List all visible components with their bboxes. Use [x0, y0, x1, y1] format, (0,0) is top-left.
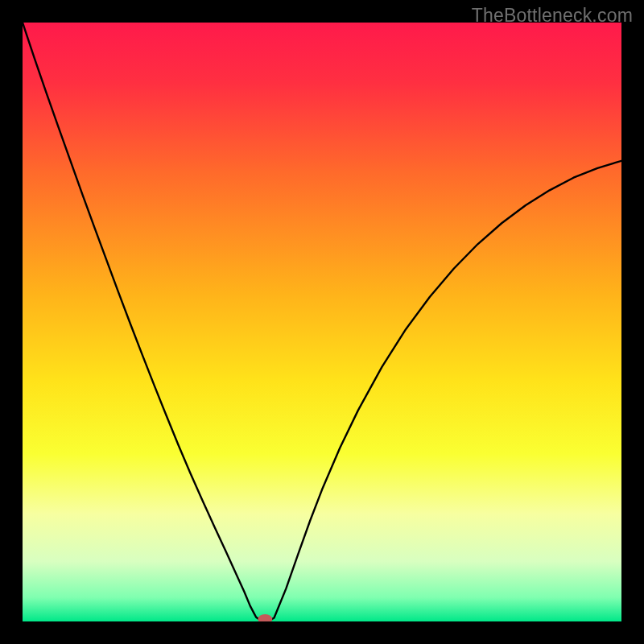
plot-area	[23, 23, 621, 621]
watermark-text: TheBottleneck.com	[472, 5, 633, 27]
chart-frame: TheBottleneck.com	[0, 0, 644, 644]
gradient-background	[23, 23, 621, 621]
bottleneck-chart	[23, 23, 621, 621]
